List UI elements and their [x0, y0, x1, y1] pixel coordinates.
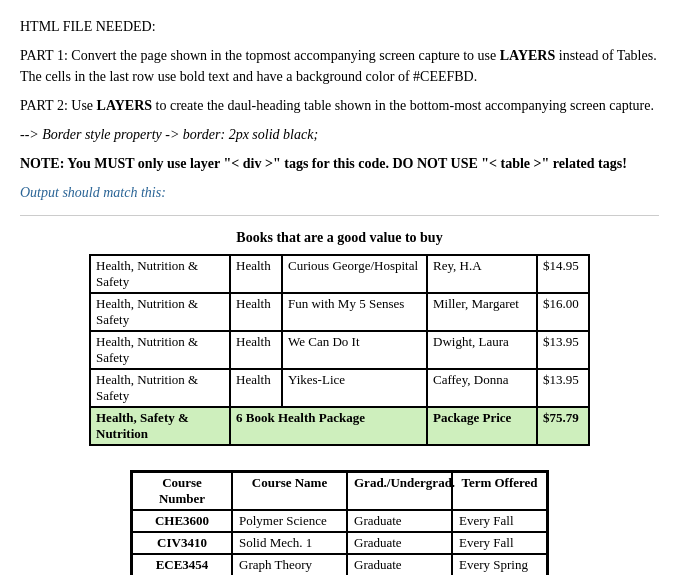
header-cell-2: Grad./Undergrad. — [347, 472, 452, 510]
cell-0: Health, Nutrition & Safety — [91, 370, 231, 406]
cell-4: $14.95 — [538, 256, 588, 292]
books-table-wrapper: Health, Nutrition & SafetyHealthCurious … — [20, 254, 659, 446]
data-cell-1-3: Every Fall — [452, 532, 547, 554]
data-cell-2-2: Graduate — [347, 554, 452, 575]
instructions-block: HTML FILE NEEDED: PART 1: Convert the pa… — [20, 16, 659, 203]
data-cell-0-0: CHE3600 — [132, 510, 232, 532]
data-cell-2-0: ECE3454 — [132, 554, 232, 575]
cell-course: Health, Safety & Nutrition — [91, 408, 231, 444]
header-cell-0: Course Number — [132, 472, 232, 510]
cell-subject-title: 6 Book Health Package — [231, 408, 428, 444]
cell-1: Health — [231, 294, 283, 330]
cell-price: $75.79 — [538, 408, 588, 444]
table-row: Health, Nutrition & SafetyHealthWe Can D… — [91, 332, 588, 370]
data-cell-0-2: Graduate — [347, 510, 452, 532]
cell-1: Health — [231, 332, 283, 368]
courses-table-wrapper: Course NumberCourse NameGrad./Undergrad.… — [20, 470, 659, 575]
data-cell-2-1: Graph Theory — [232, 554, 347, 575]
cell-3: Dwight, Laura — [428, 332, 538, 368]
data-cell-2-3: Every Spring — [452, 554, 547, 575]
table-row: Health, Nutrition & SafetyHealthFun with… — [91, 294, 588, 332]
table-row: ECE3454Graph TheoryGraduateEvery Spring — [132, 554, 547, 575]
data-cell-0-1: Polymer Science — [232, 510, 347, 532]
cell-1: Health — [231, 256, 283, 292]
cell-1: Health — [231, 370, 283, 406]
part1-bold: LAYERS — [500, 48, 556, 63]
cell-author: Package Price — [428, 408, 538, 444]
output-note: Output should match this: — [20, 182, 659, 203]
table-row: CIV3410Solid Mech. 1GraduateEvery Fall — [132, 532, 547, 554]
table-row: Health, Safety & Nutrition6 Book Health … — [91, 408, 588, 444]
cell-4: $13.95 — [538, 332, 588, 368]
table-row: CHE3600Polymer ScienceGraduateEvery Fall — [132, 510, 547, 532]
data-cell-0-3: Every Fall — [452, 510, 547, 532]
books-table: Health, Nutrition & SafetyHealthCurious … — [89, 254, 590, 446]
divider — [20, 215, 659, 216]
cell-2: Fun with My 5 Senses — [283, 294, 428, 330]
part2-text: PART 2: Use LAYERS to create the daul-he… — [20, 95, 659, 116]
cell-2: Yikes-Lice — [283, 370, 428, 406]
data-cell-1-2: Graduate — [347, 532, 452, 554]
cell-0: Health, Nutrition & Safety — [91, 294, 231, 330]
books-section-title: Books that are a good value to buy — [20, 230, 659, 246]
header-cell-3: Term Offered — [452, 472, 547, 510]
table-row: Health, Nutrition & SafetyHealthYikes-Li… — [91, 370, 588, 408]
cell-4: $16.00 — [538, 294, 588, 330]
cell-2: We Can Do It — [283, 332, 428, 368]
cell-2: Curious George/Hospital — [283, 256, 428, 292]
courses-header-row: Course NumberCourse NameGrad./Undergrad.… — [132, 472, 547, 510]
cell-0: Health, Nutrition & Safety — [91, 256, 231, 292]
data-cell-1-0: CIV3410 — [132, 532, 232, 554]
heading: HTML FILE NEEDED: — [20, 16, 659, 37]
cell-0: Health, Nutrition & Safety — [91, 332, 231, 368]
border-note: --> Border style property -> border: 2px… — [20, 124, 659, 145]
cell-3: Miller, Margaret — [428, 294, 538, 330]
part1-text: PART 1: Convert the page shown in the to… — [20, 45, 659, 87]
table-row: Health, Nutrition & SafetyHealthCurious … — [91, 256, 588, 294]
cell-3: Rey, H.A — [428, 256, 538, 292]
courses-table: Course NumberCourse NameGrad./Undergrad.… — [130, 470, 549, 575]
header-cell-1: Course Name — [232, 472, 347, 510]
do-not-note: NOTE: You MUST only use layer "< div >" … — [20, 153, 659, 174]
data-cell-1-1: Solid Mech. 1 — [232, 532, 347, 554]
cell-3: Caffey, Donna — [428, 370, 538, 406]
part2-bold: LAYERS — [97, 98, 153, 113]
cell-4: $13.95 — [538, 370, 588, 406]
